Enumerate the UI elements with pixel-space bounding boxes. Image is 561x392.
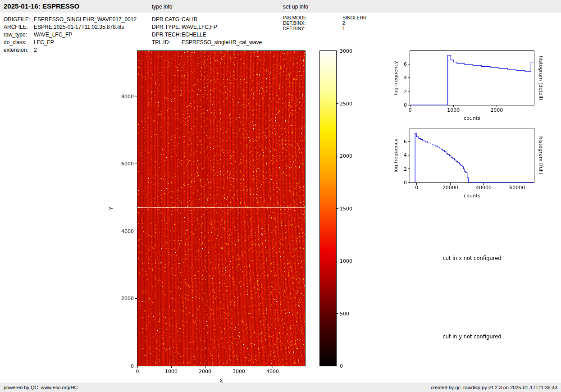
- y-tick-label: 0: [404, 180, 407, 186]
- raw-frame-heatmap: [137, 51, 305, 366]
- cut-y-message: cut in y not configured: [410, 333, 534, 340]
- y-tick-label: 6: [404, 61, 407, 67]
- info-row: do_class:LFC_FP: [4, 39, 137, 46]
- colorbar-tick-label: 500: [340, 311, 349, 317]
- plot-frame: [410, 51, 534, 105]
- y-tick-label: 2000: [121, 296, 134, 301]
- y-tick-label: 6: [404, 139, 407, 145]
- colorbar-tick-label: 1500: [340, 206, 352, 212]
- info-value: ECHELLE: [182, 31, 206, 39]
- colorbar-tick-label: 0: [340, 363, 343, 369]
- info-value: SINGLEHR: [342, 15, 367, 20]
- x-tick-label: 20000: [442, 185, 458, 191]
- x-axis-label: counts: [464, 115, 480, 121]
- info-row: raw_type:WAVE_LFC_FP: [4, 31, 137, 39]
- cut-x-message: cut in x not configured: [410, 255, 534, 261]
- histogram-line: [415, 133, 534, 182]
- y-tick-label: 6000: [121, 161, 134, 167]
- info-value: CALIB: [182, 16, 197, 23]
- page-title: 2025-01-16: ESPRESSO: [4, 0, 79, 13]
- y-axis-label: log frequency: [393, 138, 399, 173]
- x-tick-label: 4000: [266, 369, 279, 374]
- info-value: WAVE,LFC,FP: [182, 23, 217, 31]
- x-axis-label: counts: [464, 193, 480, 199]
- info-value: 2: [342, 20, 345, 26]
- info-row: ARCFILE:ESPRE.2025-01-17T11:02:35.878.fi…: [4, 23, 137, 31]
- colorbar-tick-label: 3000: [340, 48, 352, 54]
- right-axis-label: histogram (full): [538, 137, 544, 175]
- colorbar-tick-label: 2500: [340, 101, 352, 107]
- y-tick-label: 2: [404, 89, 407, 95]
- info-label: DPR.TYPE:: [152, 23, 182, 31]
- y-tick-label: 4000: [121, 228, 134, 234]
- info-value: 1: [342, 26, 345, 31]
- x-tick-label: 60000: [509, 185, 525, 191]
- info-row: extension:2: [4, 46, 137, 54]
- info-row: ORIGFILE:ESPRESSO_SINGLEHR_WAVE017_0012: [4, 16, 137, 23]
- info-value: ESPRESSO_singleHR_cal_wave: [182, 39, 262, 46]
- info-label: extension:: [4, 46, 34, 54]
- footer-left-text: powered by QC: www.eso.org/HC: [4, 385, 78, 390]
- type-info-heading: type info: [152, 0, 172, 14]
- setup-info-block: INS.MODE:SINGLEHRDET.BINX:2DET.BINY:1: [283, 15, 367, 31]
- type-info-block: DPR.CATG:CALIBDPR.TYPE:WAVE,LFC,FPDPR.TE…: [152, 16, 262, 46]
- info-row: DET.BINY:1: [283, 26, 367, 31]
- y-tick-label: 4: [404, 75, 407, 81]
- info-row: DPR.CATG:CALIB: [152, 16, 262, 23]
- y-tick-label: 0: [131, 363, 134, 369]
- header-bar: 2025-01-16: ESPRESSO type info set-up in…: [0, 0, 561, 13]
- info-value: WAVE_LFC_FP: [34, 31, 72, 39]
- colorbar-tick-label: 2000: [340, 153, 352, 159]
- x-tick-label: 0: [415, 185, 418, 191]
- info-row: TPL.ID:ESPRESSO_singleHR_cal_wave: [152, 39, 262, 46]
- info-label: ORIGFILE:: [4, 16, 34, 23]
- info-label: DPR.TECH:: [152, 31, 182, 39]
- info-label: raw_type:: [4, 31, 34, 39]
- y-tick-label: 8000: [121, 94, 134, 100]
- x-tick-label: 1000: [165, 369, 178, 374]
- y-tick-label: 2: [404, 166, 407, 172]
- plot-frame: [410, 128, 534, 183]
- info-row: DPR.TYPE:WAVE,LFC,FP: [152, 23, 262, 31]
- y-tick-label: 4: [404, 152, 407, 158]
- x-tick-label: 40000: [476, 185, 492, 191]
- footer-right-text: created by qc_rawdisp.py v1.2.3 on 2025-…: [431, 385, 557, 390]
- colorbar-tick-label: 1000: [340, 258, 352, 264]
- x-tick-label: 0: [136, 369, 139, 374]
- info-value: 2: [34, 46, 37, 54]
- y-axis-label: log frequency: [393, 61, 399, 95]
- y-tick-label: 0: [404, 102, 407, 108]
- x-tick-label: 1000: [447, 107, 460, 113]
- x-tick-label: 2000: [199, 369, 211, 374]
- info-label: DET.BINY:: [283, 26, 342, 31]
- info-row: INS.MODE:SINGLEHR: [283, 15, 367, 20]
- info-label: do_class:: [4, 39, 34, 46]
- file-info-block: ORIGFILE:ESPRESSO_SINGLEHR_WAVE017_0012A…: [4, 16, 137, 54]
- setup-info-heading: set-up info: [283, 0, 308, 14]
- footer-bar: powered by QC: www.eso.org/HC created by…: [0, 383, 561, 392]
- colorbar-gradient: [320, 51, 336, 366]
- info-label: DPR.CATG:: [152, 16, 182, 23]
- info-value: ESPRESSO_SINGLEHR_WAVE017_0012: [34, 16, 137, 23]
- y-axis-label: Y: [108, 206, 114, 210]
- qc-report-page: 2025-01-16: ESPRESSO type info set-up in…: [0, 0, 561, 392]
- x-tick-label: 2000: [490, 107, 503, 113]
- info-label: TPL.ID:: [152, 39, 182, 46]
- right-axis-label: histogram (detail): [538, 56, 544, 100]
- x-tick-label: 0: [409, 107, 412, 113]
- info-label: ARCFILE:: [4, 23, 34, 31]
- info-label: INS.MODE:: [283, 15, 342, 20]
- info-row: DET.BINX:2: [283, 20, 367, 26]
- info-row: DPR.TECH:ECHELLE: [152, 31, 262, 39]
- info-value: LFC_FP: [34, 39, 54, 46]
- x-tick-label: 3000: [233, 369, 245, 374]
- info-value: ESPRE.2025-01-17T11:02:35.878.fits: [34, 23, 124, 31]
- histogram-line: [410, 55, 534, 105]
- info-label: DET.BINX:: [283, 20, 342, 26]
